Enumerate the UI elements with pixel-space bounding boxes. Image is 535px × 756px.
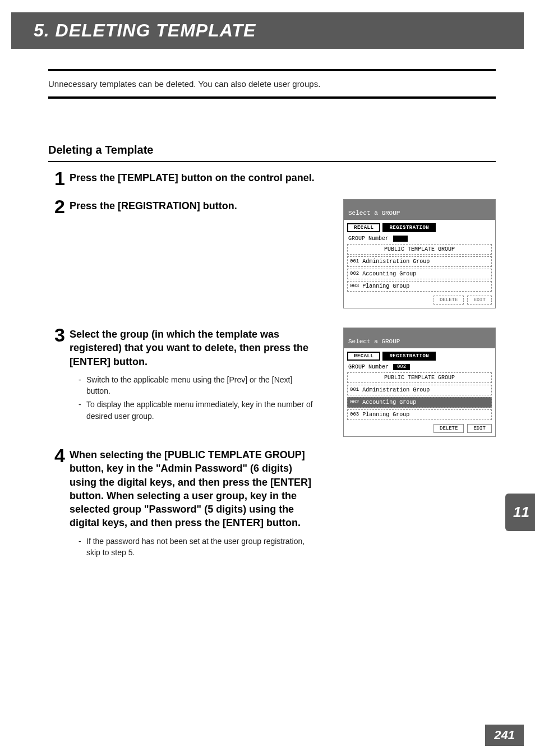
chapter-title: 5. DELETING TEMPLATE [34, 20, 510, 41]
tab-registration[interactable]: REGISTRATION [382, 223, 436, 232]
divider [48, 96, 496, 99]
tab-recall[interactable]: RECALL [347, 352, 380, 361]
step-number: 3 [48, 325, 70, 344]
divider [48, 69, 496, 71]
step-item: 4 When selecting the [PUBLIC TEMPLATE GR… [48, 446, 496, 560]
group-number-field[interactable] [393, 236, 408, 242]
step-number: 2 [48, 197, 70, 216]
list-item[interactable]: 003Planning Group [347, 281, 492, 292]
intro-text: Unnecessary templates can be deleted. Yo… [48, 79, 496, 89]
group-number-field[interactable]: 002 [393, 364, 410, 370]
step-item: 2 Press the [REGISTRATION] button. Selec… [48, 197, 496, 308]
device-screen: Select a GROUP RECALL REGISTRATION GROUP… [343, 199, 496, 308]
page-number: 241 [485, 725, 524, 746]
device-title: Select a GROUP [344, 328, 495, 348]
step-note: Switch to the applicable menu using the … [79, 374, 316, 397]
group-number-label: GROUP Number [348, 364, 389, 370]
step-text: Select the group (in which the template … [70, 328, 316, 368]
group-number-label: GROUP Number [348, 236, 389, 242]
steps-list: 1 Press the [TEMPLATE] button on the con… [48, 169, 496, 560]
step-notes: Switch to the applicable menu using the … [70, 374, 316, 422]
step-number: 4 [48, 446, 70, 465]
tab-recall[interactable]: RECALL [347, 223, 380, 232]
page-content: Unnecessary templates can be deleted. Yo… [0, 69, 535, 560]
device-title: Select a GROUP [344, 200, 495, 220]
step-text: When selecting the [PUBLIC TEMPLATE GROU… [70, 448, 316, 530]
tab-registration[interactable]: REGISTRATION [382, 352, 436, 361]
list-item[interactable]: PUBLIC TEMPLATE GROUP [347, 372, 492, 383]
step-note: To display the applicable menu immediate… [79, 399, 316, 422]
list-item[interactable]: 002Accounting Group [347, 269, 492, 279]
step-item: 3 Select the group (in which the templat… [48, 325, 496, 437]
chapter-header-bar: 5. DELETING TEMPLATE [11, 12, 524, 49]
step-note: If the password has not been set at the … [79, 536, 316, 559]
section-title: Deleting a Template [48, 144, 496, 156]
list-item[interactable]: 001Administration Group [347, 385, 492, 395]
step-number: 1 [48, 169, 70, 188]
step-text: Press the [TEMPLATE] button on the contr… [70, 171, 496, 185]
list-item[interactable]: 001Administration Group [347, 256, 492, 267]
step-text: Press the [REGISTRATION] button. [70, 199, 316, 213]
delete-button[interactable]: DELETE [433, 424, 464, 433]
chapter-tab: 11 [505, 494, 535, 531]
section-heading: Deleting a Template [48, 144, 496, 162]
list-item-selected[interactable]: 002Accounting Group [347, 397, 492, 408]
step-notes: If the password has not been set at the … [70, 536, 316, 559]
list-item[interactable]: 003Planning Group [347, 409, 492, 420]
step-item: 1 Press the [TEMPLATE] button on the con… [48, 169, 496, 188]
edit-button[interactable]: EDIT [467, 424, 492, 433]
list-item[interactable]: PUBLIC TEMPLATE GROUP [347, 244, 492, 255]
device-screen: Select a GROUP RECALL REGISTRATION GROUP… [343, 328, 496, 437]
edit-button[interactable]: EDIT [467, 296, 492, 305]
delete-button[interactable]: DELETE [433, 296, 464, 305]
